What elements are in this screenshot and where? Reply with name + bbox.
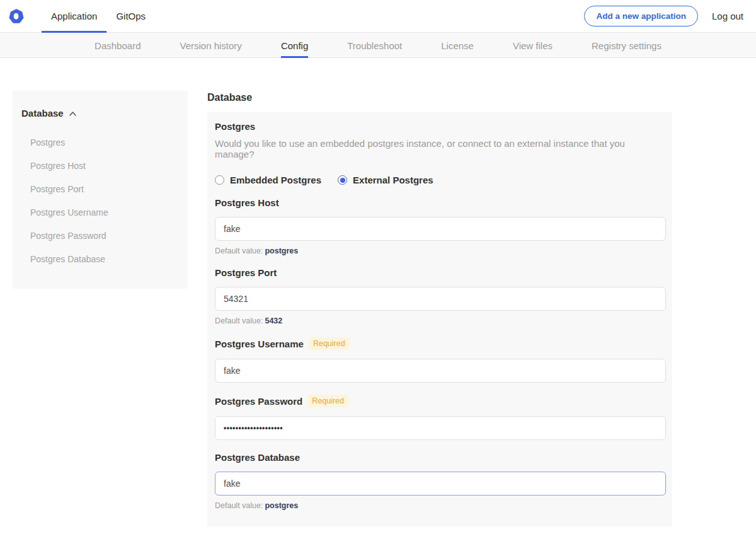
sidebar-item-postgres-port[interactable]: Postgres Port: [30, 178, 178, 201]
sidebar-item-postgres-username[interactable]: Postgres Username: [30, 201, 178, 224]
postgres-password-input[interactable]: [215, 416, 666, 440]
postgres-host-label: Postgres Host: [215, 197, 279, 208]
sidebar-item-postgres[interactable]: Postgres: [30, 131, 178, 154]
config-item-title: Postgres: [215, 121, 665, 132]
subnav-troubleshoot[interactable]: Troubleshoot: [347, 33, 402, 58]
radio-embedded-label: Embedded Postgres: [230, 175, 321, 185]
sidebar-item-postgres-password[interactable]: Postgres Password: [30, 224, 178, 248]
config-group-panel: Postgres Would you like to use an embedd…: [207, 112, 672, 526]
postgres-port-default-hint: Default value:5432: [215, 316, 665, 325]
postgres-port-input[interactable]: [215, 287, 666, 311]
subnav-dashboard[interactable]: Dashboard: [94, 33, 140, 58]
radio-external-label: External Postgres: [353, 175, 433, 185]
sidebar-item-list: Postgres Postgres Host Postgres Port Pos…: [21, 131, 178, 271]
subnav-license[interactable]: License: [441, 33, 474, 58]
field-postgres-host: Postgres Host Default value:postgres: [215, 197, 665, 255]
postgres-database-label: Postgres Database: [215, 452, 300, 463]
postgres-username-input[interactable]: [215, 359, 666, 383]
subnav-registry-settings[interactable]: Registry settings: [592, 33, 662, 58]
required-badge: Required: [309, 337, 350, 350]
app-subnav: Dashboard Version history Config Trouble…: [0, 33, 756, 58]
field-postgres-port: Postgres Port Default value:5432: [215, 267, 665, 325]
config-sidebar: Database Postgres Postgres Host Postgres…: [13, 91, 188, 289]
postgres-host-default-hint: Default value:postgres: [215, 246, 665, 255]
postgres-type-radio-group: Embedded Postgres External Postgres: [215, 175, 665, 185]
subnav-version-history[interactable]: Version history: [180, 33, 241, 58]
config-group-heading: Database: [207, 92, 672, 103]
sidebar-group-label: Database: [21, 108, 64, 119]
subnav-view-files[interactable]: View files: [513, 33, 553, 58]
postgres-port-label: Postgres Port: [215, 267, 277, 278]
sidebar-group-database[interactable]: Database: [21, 108, 178, 119]
tab-gitops[interactable]: GitOps: [106, 0, 155, 33]
radio-checked-icon: [338, 175, 347, 185]
config-item-help-text: Would you like to use an embedded postgr…: [215, 138, 665, 160]
subnav-config[interactable]: Config: [281, 33, 308, 58]
field-postgres-username: Postgres Username Required: [215, 337, 665, 383]
add-application-button[interactable]: Add a new application: [584, 6, 698, 26]
field-postgres-database: Postgres Database Default value:postgres: [215, 452, 665, 510]
tab-gitops-label: GitOps: [116, 11, 146, 21]
top-header: Application GitOps Add a new application…: [0, 0, 756, 33]
sidebar-item-postgres-host[interactable]: Postgres Host: [30, 154, 178, 178]
config-page: Database Postgres Postgres Host Postgres…: [0, 58, 756, 551]
replicated-logo-icon: [8, 8, 25, 25]
postgres-database-default-hint: Default value:postgres: [215, 501, 665, 510]
required-badge: Required: [307, 395, 348, 407]
tab-application[interactable]: Application: [42, 0, 106, 33]
sidebar-item-postgres-database[interactable]: Postgres Database: [30, 248, 178, 271]
app-tabs: Application GitOps: [42, 0, 155, 33]
postgres-password-label: Postgres Password: [215, 396, 302, 407]
postgres-username-label: Postgres Username: [215, 339, 304, 349]
radio-embedded-postgres[interactable]: Embedded Postgres: [215, 175, 321, 185]
chevron-up-icon: [69, 108, 77, 119]
config-main: Database Postgres Would you like to use …: [207, 91, 672, 551]
postgres-database-input[interactable]: [215, 472, 666, 496]
header-actions: Add a new application Log out: [584, 6, 743, 26]
logout-button[interactable]: Log out: [712, 11, 743, 21]
postgres-host-input[interactable]: [215, 217, 666, 241]
radio-external-postgres[interactable]: External Postgres: [338, 175, 433, 185]
radio-unchecked-icon: [215, 175, 224, 185]
field-postgres-password: Postgres Password Required: [215, 395, 665, 440]
tab-application-label: Application: [51, 11, 97, 21]
